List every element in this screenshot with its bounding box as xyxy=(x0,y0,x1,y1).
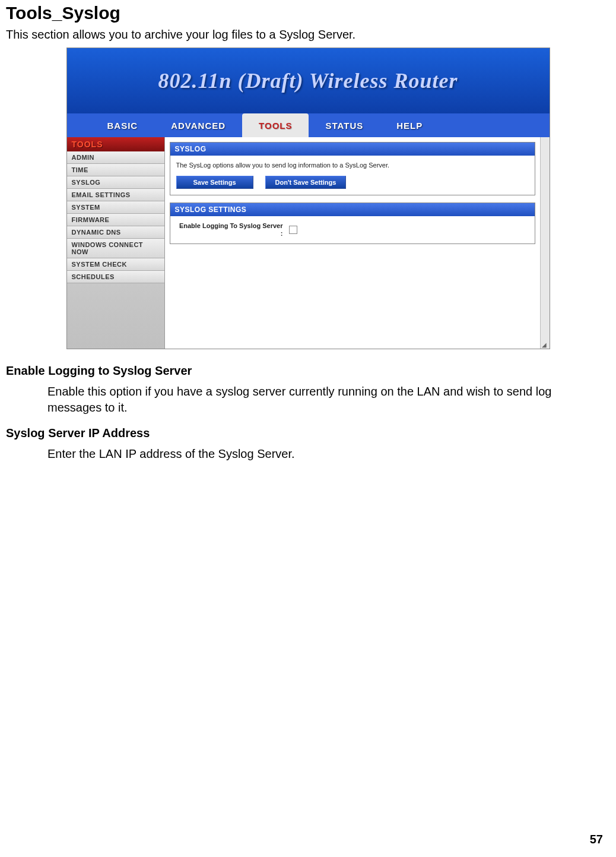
sidebar-item-schedules[interactable]: SCHEDULES xyxy=(67,271,164,283)
sidebar-item-system[interactable]: SYSTEM xyxy=(67,201,164,214)
save-settings-button[interactable]: Save Settings xyxy=(176,176,253,189)
section-heading: Syslog Server IP Address xyxy=(6,426,610,440)
top-nav: BASIC ADVANCED TOOLS STATUS HELP xyxy=(67,113,550,137)
enable-logging-label: Enable Logging To Syslog Server : xyxy=(176,222,283,238)
sidebar: TOOLS ADMIN TIME SYSLOG EMAIL SETTINGS S… xyxy=(67,137,165,349)
sidebar-item-syslog[interactable]: SYSLOG xyxy=(67,176,164,189)
sidebar-item-firmware[interactable]: FIRMWARE xyxy=(67,214,164,226)
router-screenshot: 802.11n (Draft) Wireless Router BASIC AD… xyxy=(66,48,550,349)
nav-tools[interactable]: TOOLS xyxy=(242,113,309,137)
syslog-description: The SysLog options allow you to send log… xyxy=(176,162,529,169)
sidebar-item-email-settings[interactable]: EMAIL SETTINGS xyxy=(67,189,164,201)
scrollbar[interactable]: ◢ xyxy=(540,137,550,349)
sidebar-item-time[interactable]: TIME xyxy=(67,164,164,176)
enable-logging-checkbox[interactable] xyxy=(289,226,297,234)
intro-text: This section allows you to archive your … xyxy=(6,28,610,42)
sidebar-item-admin[interactable]: ADMIN xyxy=(67,151,164,164)
nav-help[interactable]: HELP xyxy=(380,113,439,137)
syslog-settings-header: SYSLOG SETTINGS xyxy=(170,203,535,216)
sidebar-item-windows-connect-now[interactable]: WINDOWS CONNECT NOW xyxy=(67,239,164,258)
page-number: 57 xyxy=(590,833,603,846)
content-area: SYSLOG The SysLog options allow you to s… xyxy=(165,137,540,349)
section-body: Enable this option if you have a syslog … xyxy=(47,384,598,416)
section-body: Enter the LAN IP address of the Syslog S… xyxy=(47,446,598,462)
banner-title: 802.11n (Draft) Wireless Router xyxy=(158,68,458,93)
sidebar-item-system-check[interactable]: SYSTEM CHECK xyxy=(67,258,164,271)
banner: 802.11n (Draft) Wireless Router xyxy=(67,48,550,113)
nav-basic[interactable]: BASIC xyxy=(91,113,155,137)
sidebar-header: TOOLS xyxy=(67,137,164,151)
syslog-panel: SYSLOG The SysLog options allow you to s… xyxy=(170,142,535,195)
page-title: Tools_Syslog xyxy=(6,3,610,23)
dont-save-settings-button[interactable]: Don't Save Settings xyxy=(265,176,347,189)
section-heading: Enable Logging to Syslog Server xyxy=(6,364,610,378)
sidebar-item-dynamic-dns[interactable]: DYNAMIC DNS xyxy=(67,226,164,239)
nav-status[interactable]: STATUS xyxy=(309,113,380,137)
resize-handle-icon: ◢ xyxy=(542,341,548,347)
syslog-settings-panel: SYSLOG SETTINGS Enable Logging To Syslog… xyxy=(170,203,535,244)
nav-advanced[interactable]: ADVANCED xyxy=(154,113,242,137)
syslog-panel-header: SYSLOG xyxy=(170,143,535,156)
